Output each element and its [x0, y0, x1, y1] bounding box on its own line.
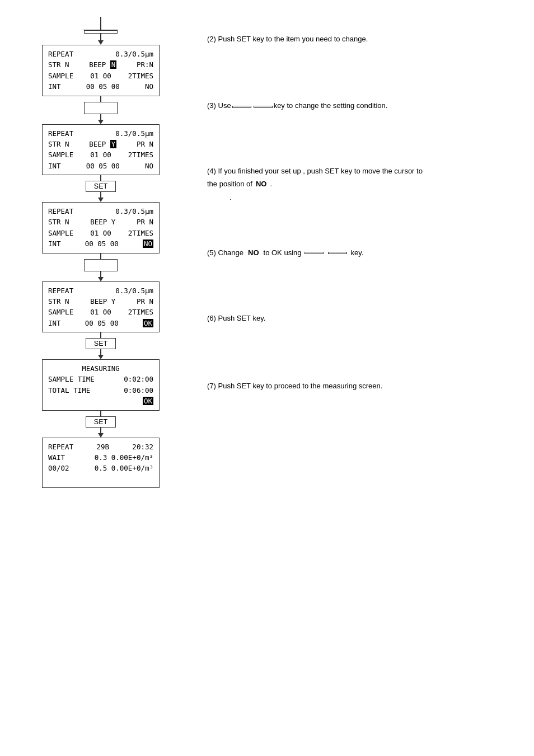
s4-r4c3: OK: [143, 318, 153, 328]
s1-r2c3: PR:N: [137, 59, 153, 70]
screen-2: REPEAT 0.3/0.5μm STR N BEEP Y PR N SAMPL…: [42, 124, 160, 176]
step-4-line1: (4) If you finished your set up , push S…: [207, 166, 523, 177]
s4-r1c1: REPEAT: [48, 285, 73, 296]
set-key-2[interactable]: SET: [86, 338, 116, 349]
arrow-head5: [98, 355, 104, 359]
s1-r3c2: 01 00: [90, 71, 111, 81]
s4-r2c1: STR N: [48, 296, 69, 307]
s6-r3c1: 00/02: [48, 463, 69, 473]
s1-r1c1: REPEAT: [48, 49, 73, 59]
screen-4: REPEAT 0.3/0.5μm STR N BEEP Y PR N SAMPL…: [42, 281, 160, 333]
s2-r3c2: 01 00: [90, 149, 111, 160]
s1-r2c2: BEEP N: [89, 59, 116, 70]
step-4-line2: the position of NO .: [207, 179, 523, 190]
connector2: [83, 96, 119, 124]
arrow-head2: [98, 120, 104, 124]
s1-hl: N: [110, 60, 117, 69]
s2-r2c3: PR N: [137, 139, 153, 149]
s5-r3c1: TOTAL TIME: [48, 385, 90, 396]
step-6-text: (6) Push SET key.: [207, 313, 523, 325]
v-line3: [100, 114, 101, 120]
step-2: (2) Push SET key to the item you need to…: [207, 34, 523, 45]
step-4-line2-text: the position of: [207, 179, 252, 190]
s2-hl: Y: [110, 140, 117, 148]
arrow-head4: [98, 277, 104, 281]
screen-3: REPEAT 0.3/0.5μm STR N BEEP Y PR N SAMPL…: [42, 202, 160, 253]
v-line4: [100, 175, 101, 181]
s1-r3c3: 2TIMES: [128, 71, 153, 81]
step-7-text: (7) Push SET key to proceed to the measu…: [207, 381, 523, 392]
s3-r2c1: STR N: [48, 217, 69, 227]
step-7: (7) Push SET key to proceed to the measu…: [207, 381, 523, 392]
s3-r2c3: PR N: [137, 217, 153, 227]
s1-r4c2: 00 05 00: [86, 81, 120, 92]
s4-r2c2: BEEP Y: [90, 296, 115, 307]
v-line10: [100, 411, 101, 416]
s3-r3c2: 01 00: [90, 228, 111, 238]
step-2-text: (2) Push SET key to the item you need to…: [207, 34, 523, 45]
screen-5: MEASURING SAMPLE TIME 0:02:00 TOTAL TIME…: [42, 359, 160, 411]
s4-r3c3: 2TIMES: [128, 307, 153, 317]
s3-r4c1: INT: [48, 238, 61, 249]
s3-r2c2: BEEP Y: [90, 217, 115, 227]
v-line5: [100, 192, 101, 198]
key-btn-4[interactable]: [84, 259, 118, 271]
s4-r3c1: SAMPLE: [48, 307, 73, 317]
arrow-head: [98, 40, 104, 45]
s2-r4c3: NO: [145, 161, 153, 171]
key-btn-2[interactable]: [84, 102, 118, 114]
connector6: SET: [86, 411, 116, 438]
s6-r2c1: WAIT: [48, 452, 65, 463]
step-5-mid: to OK using: [264, 248, 302, 257]
right-column: (2) Push SET key to the item you need to…: [190, 11, 523, 488]
s4-r3c2: 01 00: [90, 307, 111, 317]
s5-r2c2: 0:02:00: [124, 374, 153, 384]
bracket-top: [83, 17, 118, 30]
arrow-head6: [98, 433, 104, 438]
s6-r2c2: 0.3 0.00E+0/m³: [95, 452, 153, 463]
s5-r1c1: MEASURING: [82, 363, 120, 374]
s6-r1c2: 29B: [96, 442, 109, 452]
s3-r4c2: 00 05 00: [85, 238, 119, 249]
s4-r2c3: PR N: [137, 296, 153, 307]
s1-r1c2: 0.3/0.5μm: [115, 49, 153, 59]
s4-r4c1: INT: [48, 318, 61, 328]
s2-r1c1: REPEAT: [48, 128, 73, 139]
s5-r3c2: 0:06:00: [124, 385, 153, 396]
connector1: [98, 34, 104, 45]
step-3-key1[interactable]: [232, 106, 251, 108]
v-line: [100, 34, 101, 40]
v-line2: [100, 96, 101, 102]
left-column: REPEAT 0.3/0.5μm STR N BEEP N PR:N SAMPL…: [11, 11, 190, 488]
step-4-end: .: [270, 179, 272, 190]
s1-r3c1: SAMPLE: [48, 71, 73, 81]
step-5-key2[interactable]: [328, 252, 347, 254]
v-line6: [100, 253, 101, 259]
s3-r1c1: REPEAT: [48, 206, 73, 217]
s6-r3c2: 0.5 0.00E+0/m³: [95, 463, 153, 473]
step-5-pre: (5) Change: [207, 248, 243, 257]
v-line9: [100, 349, 101, 355]
bracket-connector: [83, 17, 119, 45]
step-3-key2[interactable]: [254, 106, 273, 108]
s3-r3c3: 2TIMES: [128, 228, 153, 238]
step-5: (5) Change NO to OK using key.: [207, 248, 523, 257]
step-5-post: key.: [350, 248, 363, 257]
set-key-3[interactable]: SET: [86, 416, 116, 428]
set-key-1[interactable]: SET: [86, 181, 116, 192]
connector3: SET: [86, 175, 116, 202]
s4-r1c2: 0.3/0.5μm: [115, 285, 153, 296]
step-3-pre: (3) Use: [207, 101, 231, 110]
step-6: (6) Push SET key.: [207, 313, 523, 325]
s2-r4c2: 00 05 00: [86, 161, 120, 171]
connector5: SET: [86, 332, 116, 359]
s5-hl: OK: [143, 397, 153, 405]
s3-r1c2: 0.3/0.5μm: [115, 206, 153, 217]
step-5-key1[interactable]: [305, 252, 324, 254]
s5-r4c3: OK: [143, 396, 153, 406]
s2-r3c3: 2TIMES: [128, 149, 153, 160]
main-layout: REPEAT 0.3/0.5μm STR N BEEP N PR:N SAMPL…: [11, 11, 523, 488]
screen-6: REPEAT 29B 20:32 WAIT 0.3 0.00E+0/m³ 00/…: [42, 438, 160, 488]
s6-r1c1: REPEAT: [48, 442, 73, 452]
connector4: [83, 253, 119, 281]
